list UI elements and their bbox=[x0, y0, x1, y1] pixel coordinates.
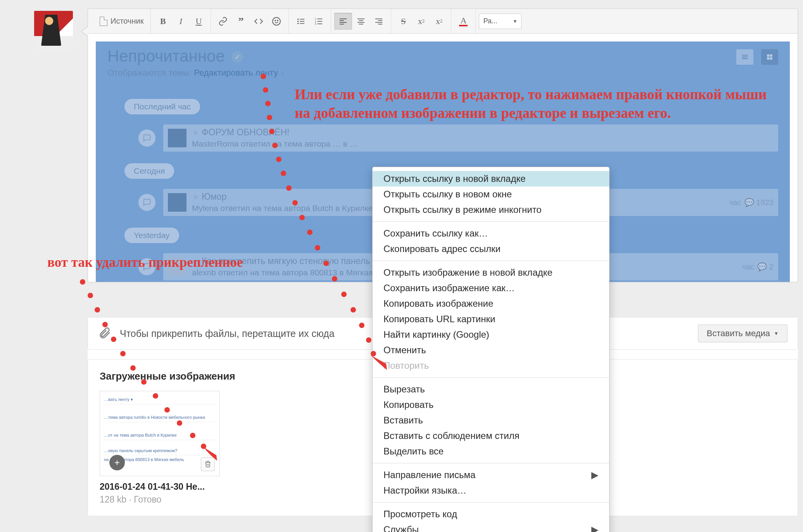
align-center-icon bbox=[357, 17, 365, 26]
svg-rect-31 bbox=[770, 54, 772, 57]
align-left-icon bbox=[339, 17, 347, 26]
svg-point-5 bbox=[297, 21, 299, 22]
ctx-open-new-window[interactable]: Открыть ссылку в новом окне bbox=[373, 187, 609, 202]
user-avatar[interactable] bbox=[34, 11, 73, 50]
svg-rect-33 bbox=[770, 57, 772, 60]
ctx-view-source[interactable]: Просмотреть код bbox=[373, 506, 609, 522]
align-left-button[interactable] bbox=[334, 13, 352, 30]
numbered-list-button[interactable]: 123 bbox=[310, 13, 328, 30]
align-right-button[interactable] bbox=[370, 13, 388, 30]
svg-point-0 bbox=[273, 17, 280, 25]
ctx-save-link[interactable]: Сохранить ссылку как… bbox=[373, 226, 609, 241]
ol-icon: 123 bbox=[314, 17, 323, 26]
badge-last-hour: Последний час bbox=[124, 99, 200, 114]
svg-rect-17 bbox=[340, 22, 347, 22]
source-icon bbox=[100, 17, 107, 26]
svg-rect-32 bbox=[767, 57, 769, 60]
bubble-icon bbox=[138, 130, 155, 147]
ctx-undo[interactable]: Отменить bbox=[373, 342, 609, 358]
svg-rect-23 bbox=[375, 18, 382, 19]
align-right-icon bbox=[375, 17, 383, 26]
chevron-down-icon: ▼ bbox=[513, 19, 518, 24]
context-menu: Открыть ссылку в новой вкладке Открыть с… bbox=[372, 167, 610, 532]
link-button[interactable] bbox=[214, 13, 232, 30]
ctx-select-all[interactable]: Выделить все bbox=[373, 444, 609, 459]
ctx-copy-link[interactable]: Скопировать адрес ссылки bbox=[373, 241, 609, 257]
ctx-language[interactable]: Настройки языка… bbox=[373, 483, 609, 498]
smile-icon bbox=[272, 17, 281, 26]
ctx-open-incognito[interactable]: Открыть ссылку в режиме инкогнито bbox=[373, 202, 609, 218]
chevron-right-icon: ▶ bbox=[591, 470, 598, 480]
paperclip-icon bbox=[98, 327, 111, 340]
ctx-paste-style[interactable]: Вставить с соблюдением стиля bbox=[373, 428, 609, 444]
svg-rect-4 bbox=[300, 19, 305, 19]
svg-rect-20 bbox=[359, 20, 363, 21]
svg-rect-26 bbox=[378, 24, 383, 24]
svg-text:3: 3 bbox=[315, 22, 316, 25]
check-icon: ✓ bbox=[231, 51, 243, 63]
svg-rect-28 bbox=[742, 57, 748, 57]
ctx-cut[interactable]: Вырезать bbox=[373, 382, 609, 397]
chevron-right-icon: ▶ bbox=[591, 524, 598, 532]
svg-rect-6 bbox=[300, 21, 305, 22]
superscript-button[interactable]: x2 bbox=[412, 13, 430, 30]
svg-rect-16 bbox=[340, 20, 344, 21]
rich-text-toolbar: Источник B I U ” 123 bbox=[88, 9, 798, 34]
ctx-search-image[interactable]: Найти картинку (Google) bbox=[373, 327, 609, 342]
align-center-button[interactable] bbox=[352, 13, 370, 30]
badge-yesterday: Yesterday bbox=[124, 228, 179, 243]
unread-heading: Непрочитанное ✓ bbox=[107, 47, 243, 66]
svg-point-1 bbox=[275, 20, 276, 21]
add-icon[interactable]: + bbox=[109, 455, 125, 470]
svg-point-2 bbox=[277, 20, 278, 21]
svg-rect-8 bbox=[300, 23, 305, 24]
svg-rect-15 bbox=[340, 18, 347, 19]
svg-rect-27 bbox=[742, 55, 748, 55]
emoji-button[interactable] bbox=[268, 13, 285, 30]
ctx-copy[interactable]: Копировать bbox=[373, 397, 609, 413]
code-button[interactable] bbox=[250, 13, 268, 30]
source-button[interactable]: Источник bbox=[96, 17, 147, 26]
svg-rect-22 bbox=[359, 24, 363, 24]
panel-pointer bbox=[81, 26, 88, 37]
view-list-icon bbox=[736, 49, 753, 65]
ctx-copy-image-url[interactable]: Копировать URL картинки bbox=[373, 311, 609, 327]
link-icon bbox=[218, 17, 228, 26]
italic-button[interactable]: I bbox=[172, 13, 190, 30]
insert-media-button[interactable]: Вставить медиа ▼ bbox=[698, 325, 788, 342]
ctx-open-new-tab[interactable]: Открыть ссылку в новой вкладке bbox=[373, 171, 609, 187]
ctx-copy-image[interactable]: Копировать изображение bbox=[373, 296, 609, 311]
svg-rect-18 bbox=[340, 24, 344, 24]
svg-rect-12 bbox=[318, 21, 323, 22]
underline-button[interactable]: U bbox=[190, 13, 207, 30]
ctx-open-image-tab[interactable]: Открыть изображение в новой вкладке bbox=[373, 265, 609, 280]
ctx-services[interactable]: Службы▶ bbox=[373, 522, 609, 532]
ctx-save-image[interactable]: Сохранить изображение как… bbox=[373, 280, 609, 296]
bullet-list-button[interactable] bbox=[292, 13, 310, 30]
delete-thumbnail-button[interactable] bbox=[201, 457, 215, 471]
ctx-paste[interactable]: Вставить bbox=[373, 413, 609, 428]
ctx-redo: Повторить bbox=[373, 358, 609, 373]
svg-rect-21 bbox=[357, 22, 364, 22]
font-size-dropdown[interactable]: Ра... ▼ bbox=[479, 14, 522, 29]
trash-icon bbox=[204, 461, 211, 468]
thumbnail-preview: …вать ленту ▾ …тема автора rumitiv в Нов… bbox=[100, 391, 220, 476]
text-color-button[interactable]: A bbox=[454, 13, 472, 30]
view-grid-icon bbox=[761, 49, 778, 65]
uploaded-thumbnail[interactable]: …вать ленту ▾ …тема автора rumitiv в Нов… bbox=[100, 391, 220, 505]
ul-icon bbox=[297, 17, 305, 26]
subscript-button[interactable]: x2 bbox=[430, 13, 448, 30]
svg-rect-25 bbox=[375, 22, 382, 22]
ctx-text-direction[interactable]: Направление письма▶ bbox=[373, 467, 609, 483]
thumbnail-meta: 128 kb · Готово bbox=[100, 494, 220, 505]
badge-today: Сегодня bbox=[124, 163, 174, 179]
bold-button[interactable]: B bbox=[154, 13, 172, 30]
quote-button[interactable]: ” bbox=[232, 13, 250, 30]
svg-point-3 bbox=[297, 18, 299, 20]
svg-rect-14 bbox=[318, 23, 323, 24]
svg-point-7 bbox=[297, 22, 299, 24]
strike-button[interactable]: S bbox=[394, 13, 412, 30]
svg-rect-24 bbox=[378, 20, 383, 21]
svg-rect-10 bbox=[318, 18, 323, 19]
source-label: Источник bbox=[111, 17, 143, 26]
